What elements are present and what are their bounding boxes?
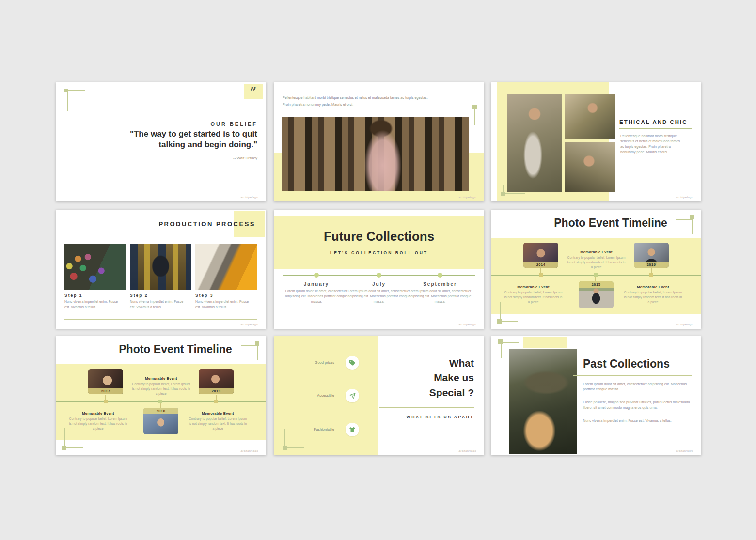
event-text: Contrary to popular belief, Lorem Ipsum … <box>566 255 627 270</box>
watermark: archipelago <box>458 449 476 452</box>
corner-accent-line <box>692 219 693 234</box>
event-block: Memorable Event Contrary to popular beli… <box>566 250 627 270</box>
corner-accent-line <box>66 90 85 91</box>
watermark: archipelago <box>240 449 258 452</box>
step-text: Nunc viverra imperdiet enim. Fusce est. … <box>195 299 252 310</box>
event-text: Contrary to popular belief, Lorem Ipsum … <box>623 290 683 305</box>
corner-accent-square <box>497 319 502 324</box>
event-text: Contrary to popular belief, Lorem Ipsum … <box>188 417 248 432</box>
event-photo-2017: 2017 <box>88 369 123 394</box>
event-photo-2018: 2018 <box>143 408 178 434</box>
timeline-dot <box>377 273 381 278</box>
event-block: Memorable Event Contrary to popular beli… <box>131 376 191 397</box>
corner-accent-square <box>690 215 694 219</box>
watermark: archipelago <box>676 449 693 452</box>
month-text: Lorem ipsum dolor sit amet, consectetuer… <box>347 289 410 305</box>
watermark: archipelago <box>240 196 258 199</box>
timeline-marker <box>649 273 653 277</box>
title-underline <box>619 128 692 129</box>
slide-future-collections: Future Collections LET'S COLLECTION ROLL… <box>274 210 484 329</box>
event-block: Memorable Event Contrary to popular beli… <box>68 411 128 432</box>
timeline-marker <box>539 273 543 277</box>
slide-ethical-and-chic: ETHICAL AND CHIC Pellentesque habitant m… <box>491 82 701 201</box>
title-line-1: What <box>387 356 474 370</box>
feature-icon-circle <box>346 356 359 370</box>
photo-thread-spools <box>64 244 126 290</box>
month-name: July <box>347 281 410 287</box>
feature-icon-circle <box>346 389 359 402</box>
corner-accent-square <box>472 105 477 109</box>
paragraph-1: Lorem ipsum dolor sit amet, consectetuer… <box>583 381 692 392</box>
slide-photo-event-timeline-a: Photo Event Timeline 2014 2016 2015 Memo… <box>491 210 701 329</box>
event-block: Memorable Event Contrary to popular beli… <box>188 411 248 432</box>
photo-woman-branches <box>509 349 577 454</box>
event-photo-2016: 2016 <box>634 243 669 268</box>
quote-line-1: "The way to get started is to quit <box>85 129 257 139</box>
watermark: archipelago <box>240 323 258 326</box>
corner-accent-line <box>501 342 502 358</box>
footer-divider <box>64 192 257 192</box>
timeline-marker <box>594 273 598 277</box>
slide-deck-preview: ” OUR BELIEF "The way to get started is … <box>0 0 756 540</box>
feature-label: Fashioniable <box>279 427 334 432</box>
corner-accent-square <box>501 192 505 196</box>
year-badge: 2016 <box>634 262 669 268</box>
timeline-marker <box>214 400 218 403</box>
title-line-3: Special ? <box>387 386 474 400</box>
slide-title: Past Collections <box>583 357 692 370</box>
corner-accent-line <box>500 321 518 322</box>
slide-title: ETHICAL AND CHIC <box>619 119 697 125</box>
event-block: Memorable Event Contrary to popular beli… <box>623 285 683 305</box>
year-badge: 2017 <box>88 388 123 394</box>
watermark: archipelago <box>458 323 476 326</box>
corner-accent-square <box>62 446 66 450</box>
intro-line-2: Proin pharetra nonummy pede. Mauris et o… <box>283 102 476 107</box>
quote-icon: ” <box>250 85 257 99</box>
timeline-marker <box>158 400 162 403</box>
step-text: Nunc viverra imperdiet enim. Fusce est. … <box>130 299 187 310</box>
feature-label: Good prices <box>279 360 334 365</box>
slide-title: Photo Event Timeline <box>505 216 701 230</box>
quote-attribution: -- Walt Disney <box>128 156 257 160</box>
year-badge: 2014 <box>523 262 558 268</box>
event-text: Contrary to popular belief, Lorem Ipsum … <box>131 382 191 397</box>
watermark: archipelago <box>676 323 693 326</box>
event-photo-2019: 2019 <box>199 369 234 394</box>
tshirt-icon <box>349 426 356 433</box>
quote-text: "The way to get started is to quit talki… <box>85 129 257 151</box>
feature-label: Accessible <box>279 393 334 398</box>
slide-past-collections: Past Collections Lorem ipsum dolor sit a… <box>491 336 701 455</box>
event-title: Memorable Event <box>503 285 564 289</box>
corner-accent-line <box>67 90 68 111</box>
feature-icon-circle <box>346 423 359 436</box>
corner-accent-square <box>283 446 287 450</box>
quote-line-2: talking and begin doing." <box>85 139 257 150</box>
slide-title: What Make us Special ? <box>387 356 474 400</box>
corner-accent-line <box>284 447 304 448</box>
watermark: archipelago <box>458 196 476 199</box>
event-photo-2015: 2015 <box>579 281 614 308</box>
slide-image-showcase: Pellentesque habitant morbi tristique se… <box>274 82 484 201</box>
corner-accent-line <box>503 193 525 194</box>
timeline-marker <box>104 400 108 403</box>
intro-paragraph: Pellentesque habitant morbi tristique se… <box>283 95 476 107</box>
month-name: September <box>409 281 472 287</box>
yellow-block <box>523 337 567 348</box>
slide-subtitle: WHAT SETS US APART <box>387 415 474 419</box>
month-name: January <box>285 281 348 287</box>
timeline-dot <box>438 273 442 278</box>
step-label: Step 2 <box>130 293 148 298</box>
slide-kicker: OUR BELIEF <box>128 121 257 127</box>
step-text: Nunc viverra imperdiet enim. Fusce est. … <box>64 299 122 310</box>
corner-accent-square <box>255 341 259 346</box>
photo-model-tall <box>507 94 562 192</box>
body-text: Pellentesque habitant morbi tristique se… <box>620 133 682 155</box>
corner-accent-line <box>64 447 83 448</box>
year-badge: 2018 <box>143 408 178 414</box>
event-photo-2014: 2014 <box>523 243 558 268</box>
event-title: Memorable Event <box>188 411 248 416</box>
year-badge: 2019 <box>199 388 234 394</box>
event-text: Contrary to popular belief, Lorem Ipsum … <box>68 417 128 432</box>
slide-production-process: PRODUCTION PROCESS Step 1 Nunc viverra i… <box>56 210 266 329</box>
title-underline <box>573 375 692 376</box>
